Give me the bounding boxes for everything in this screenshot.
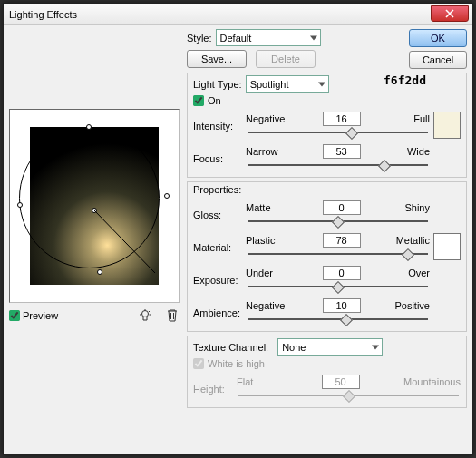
texture-channel-select[interactable]: None — [277, 338, 383, 356]
gloss-value[interactable]: 0 — [323, 200, 361, 215]
chevron-down-icon — [372, 345, 379, 349]
style-select[interactable]: Default — [216, 29, 321, 46]
height-label: Height: — [193, 375, 237, 395]
exposure-slider[interactable] — [248, 282, 428, 293]
light-color-swatch[interactable] — [433, 112, 461, 139]
white-is-high-checkbox — [193, 358, 204, 369]
light-type-label: Light Type: — [193, 79, 242, 90]
preview-canvas[interactable] — [9, 109, 180, 303]
light-center-handle[interactable] — [92, 208, 97, 213]
exposure-label: Exposure: — [193, 266, 246, 286]
focus-value[interactable]: 53 — [323, 144, 361, 159]
ellipse-handle[interactable] — [97, 269, 102, 275]
cancel-button[interactable]: Cancel — [409, 51, 467, 69]
close-icon — [445, 9, 454, 18]
ambience-value[interactable]: 10 — [323, 298, 361, 313]
preview-label: Preview — [23, 310, 58, 321]
chevron-down-icon — [310, 35, 317, 40]
white-is-high-label: White is high — [208, 358, 265, 369]
lighting-effects-dialog: Lighting Effects Preview — [3, 3, 473, 455]
texture-group: Texture Channel: None White is high Heig… — [187, 336, 467, 408]
gloss-label: Gloss: — [193, 200, 246, 220]
light-type-group: Light Type: Spotlight On f6f2dd Intensit… — [187, 73, 467, 178]
intensity-value[interactable]: 16 — [323, 112, 361, 126]
focus-label: Focus: — [193, 144, 246, 164]
material-slider[interactable] — [248, 249, 428, 260]
height-slider — [238, 391, 459, 402]
new-light-icon[interactable] — [138, 308, 152, 323]
delete-button: Delete — [256, 50, 316, 68]
texture-channel-label: Texture Channel: — [193, 342, 268, 353]
titlebar: Lighting Effects — [4, 4, 472, 25]
window-title: Lighting Effects — [9, 9, 77, 20]
light-type-select[interactable]: Spotlight — [246, 75, 329, 93]
intensity-slider[interactable] — [248, 128, 428, 139]
ellipse-handle[interactable] — [17, 202, 23, 208]
preview-photo — [30, 127, 159, 285]
ok-button[interactable]: OK — [409, 29, 467, 47]
window-close-button[interactable] — [431, 5, 469, 22]
intensity-label: Intensity: — [193, 112, 246, 132]
ambient-color-swatch[interactable] — [433, 233, 461, 260]
exposure-value[interactable]: 0 — [323, 266, 361, 280]
preview-checkbox[interactable] — [9, 310, 20, 321]
properties-label: Properties: — [193, 184, 461, 195]
ellipse-handle[interactable] — [86, 124, 92, 130]
ambience-label: Ambience: — [193, 298, 246, 318]
properties-group: Properties: Gloss: Matte0Shiny Material:… — [187, 181, 467, 332]
ellipse-handle[interactable] — [164, 193, 170, 199]
focus-slider[interactable] — [248, 161, 428, 171]
delete-light-icon[interactable] — [165, 308, 180, 323]
height-value: 50 — [322, 375, 360, 389]
gloss-slider[interactable] — [248, 217, 428, 228]
svg-point-1 — [142, 311, 149, 317]
material-label: Material: — [193, 233, 246, 253]
light-on-checkbox[interactable] — [193, 95, 204, 106]
light-color-hex: f6f2dd — [384, 73, 426, 87]
light-on-label: On — [208, 95, 221, 106]
save-button[interactable]: Save... — [187, 50, 247, 68]
style-label: Style: — [187, 33, 212, 44]
material-value[interactable]: 78 — [323, 233, 361, 248]
chevron-down-icon — [318, 82, 325, 86]
ambience-slider[interactable] — [248, 315, 428, 326]
